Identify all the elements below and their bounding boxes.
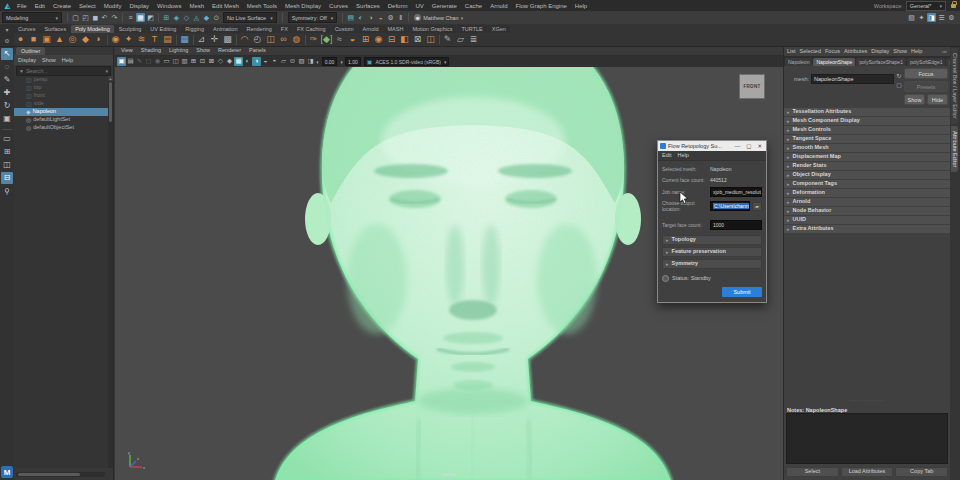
vp-field-chart-icon[interactable]: ⊞: [189, 57, 198, 66]
snap-view-plane-icon[interactable]: ◆: [202, 13, 211, 22]
side-tab-channel-box[interactable]: Channel Box / Layer Editor: [951, 48, 958, 124]
ae-section-tessellation-attributes[interactable]: ▸Tessellation Attributes: [784, 108, 950, 116]
menu-19[interactable]: Help: [571, 3, 591, 9]
shelf-poly-cone-icon[interactable]: ▲: [53, 34, 66, 46]
shelf-tab-arnold[interactable]: Arnold: [359, 25, 383, 34]
output-location-input[interactable]: C:\Users\channa: [710, 201, 750, 211]
shelf-extrude-icon[interactable]: ◧: [398, 34, 411, 46]
vp-resolution-gate-icon[interactable]: ◫: [171, 57, 180, 66]
menu-16[interactable]: Cache: [461, 3, 486, 9]
symmetry-dropdown[interactable]: Symmetry: Off ▾: [288, 12, 338, 23]
menu-7[interactable]: Mesh: [185, 3, 208, 9]
menu-17[interactable]: Arnold: [486, 3, 511, 9]
front-image-plane[interactable]: FRONT: [739, 74, 765, 99]
shelf-spiral-icon[interactable]: ◴: [251, 34, 264, 46]
exposure-icon[interactable]: ◐: [316, 59, 320, 65]
vp-select-camera-icon[interactable]: ▣: [117, 57, 126, 66]
ae-tab-napoleonshape[interactable]: NapoleonShape: [813, 58, 855, 66]
ae-menu-2[interactable]: Focus: [825, 48, 840, 55]
ae-copy-tab-button[interactable]: Copy Tab: [895, 467, 948, 477]
ae-menu-3[interactable]: Attributes: [844, 48, 867, 55]
scroll-up-icon[interactable]: ▴: [108, 76, 113, 81]
vp-grease-pencil-icon[interactable]: ✎: [135, 57, 144, 66]
snap-curve-icon[interactable]: ◈: [172, 13, 181, 22]
shelf-sweep-mesh-icon[interactable]: ✦: [122, 34, 135, 46]
vp-fog-icon[interactable]: ▨: [297, 57, 306, 66]
layout-current[interactable]: ⊟: [1, 172, 13, 184]
menu-0[interactable]: File: [13, 3, 31, 9]
vp-image-plane-icon[interactable]: ▤: [126, 57, 135, 66]
ae-tab-napoleon[interactable]: Napoleon: [785, 58, 812, 66]
shelf-tab-surfaces[interactable]: Surfaces: [40, 25, 70, 34]
rotate-tool[interactable]: ↻: [1, 100, 13, 112]
shelf-tab-fx-caching[interactable]: FX Caching: [293, 25, 330, 34]
shelf-type-tool-icon[interactable]: T: [148, 34, 161, 46]
viewport-menu-1[interactable]: Shading: [138, 47, 164, 54]
shelf-quad-draw-icon[interactable]: ✑: [307, 34, 320, 46]
ae-section-uuid[interactable]: ▸UUID: [784, 216, 950, 224]
maya-app-icon[interactable]: ◭: [2, 1, 13, 10]
menu-8[interactable]: Edit Mesh: [208, 3, 243, 9]
shelf-tab-fx[interactable]: FX: [277, 25, 292, 34]
shelf-circularize-icon[interactable]: ◠: [238, 34, 251, 46]
save-scene-icon[interactable]: ◼: [91, 13, 100, 22]
vp-lighting-icon[interactable]: ◑: [252, 57, 261, 66]
viewport-menu-5[interactable]: Panels: [246, 47, 269, 54]
channel-box-toggle-icon[interactable]: ⚙: [947, 13, 956, 22]
shelf-tab-curves[interactable]: Curves: [14, 25, 39, 34]
focus-button[interactable]: Focus: [904, 68, 948, 79]
shelf-snap-align-icon[interactable]: ✛: [208, 34, 221, 46]
shelf-tab-mash[interactable]: MASH: [383, 25, 407, 34]
ae-section-mesh-controls[interactable]: ▸Mesh Controls: [784, 126, 950, 134]
shelf-merge-vertices-icon[interactable]: ∞: [277, 34, 290, 46]
ae-load-attributes-button[interactable]: Load Attributes: [841, 467, 894, 477]
menu-9[interactable]: Mesh Tools: [243, 3, 281, 9]
shelf-tab-rigging[interactable]: Rigging: [181, 25, 208, 34]
viewport-menu-4[interactable]: Renderer: [215, 47, 244, 54]
select-component-icon[interactable]: ◩: [146, 13, 155, 22]
menu-set-dropdown[interactable]: Modeling ▾: [2, 12, 62, 23]
outliner-item-defaultlightset[interactable]: ◎defaultLightSet: [14, 116, 108, 124]
menu-2[interactable]: Create: [49, 3, 75, 9]
shelf-measure-distance-icon[interactable]: ⊿: [195, 34, 208, 46]
tool-settings-toggle-icon[interactable]: ☰: [937, 13, 946, 22]
select-tool[interactable]: ↖: [1, 48, 13, 60]
menu-1[interactable]: Edit: [31, 3, 49, 9]
exposure-value[interactable]: 0.00: [322, 57, 338, 66]
auto-load-icon[interactable]: ↻: [896, 72, 902, 79]
shelf-multi-cut-icon[interactable]: ▱: [454, 34, 467, 46]
open-render-view-icon[interactable]: ◐: [356, 13, 365, 22]
layout-persp-outliner[interactable]: ◫: [1, 159, 13, 171]
shelf-tab-animation[interactable]: Animation: [209, 25, 241, 34]
vp-shaded-icon[interactable]: ◆: [225, 57, 234, 66]
outliner-item-side[interactable]: ◫side: [14, 100, 108, 108]
viewport-menu-0[interactable]: View: [118, 47, 136, 54]
new-scene-icon[interactable]: ▢: [71, 13, 80, 22]
shelf-create-polygon-icon[interactable]: ✎: [441, 34, 454, 46]
undo-icon[interactable]: ↶: [100, 13, 109, 22]
target-face-count-input[interactable]: 1000: [710, 220, 762, 230]
shelf-lattice-icon[interactable]: ▩: [221, 34, 234, 46]
render-current-frame-icon[interactable]: ◑: [366, 13, 375, 22]
shelf-tab-custom[interactable]: Custom: [331, 25, 358, 34]
colorspace-dropdown[interactable]: ▣ ACES 1.0 SDR-video (sRGB) ▾: [364, 57, 450, 66]
shelf-wheel-icon[interactable]: ◉: [372, 34, 385, 46]
ae-menu-6[interactable]: Help: [911, 48, 922, 55]
outliner-menu-1[interactable]: Show: [42, 57, 56, 64]
construction-history-icon[interactable]: ▤: [346, 13, 355, 22]
render-settings-icon[interactable]: ⚙: [386, 13, 395, 22]
dialog-menu-0[interactable]: Edit: [662, 152, 671, 159]
show-button[interactable]: Show: [904, 94, 925, 105]
shelf-relax-icon[interactable]: ≈: [333, 34, 346, 46]
layout-single-pane[interactable]: ▭: [1, 133, 13, 145]
vp-plane-icon[interactable]: ◨: [306, 57, 315, 66]
outliner-panel-tab[interactable]: Outliner: [16, 47, 45, 55]
paint-select-tool[interactable]: ✎: [1, 74, 13, 86]
viewport-menu-3[interactable]: Show: [193, 47, 213, 54]
shelf-gear-icon[interactable]: ⚙: [4, 37, 9, 44]
vp-bookmark-icon[interactable]: ▢: [144, 57, 153, 66]
ae-menu-0[interactable]: List: [787, 48, 796, 55]
ae-menu-4[interactable]: Display: [871, 48, 889, 55]
shelf-boolean-icon[interactable]: ◒: [346, 34, 359, 46]
vp-film-gate-icon[interactable]: ▭: [162, 57, 171, 66]
